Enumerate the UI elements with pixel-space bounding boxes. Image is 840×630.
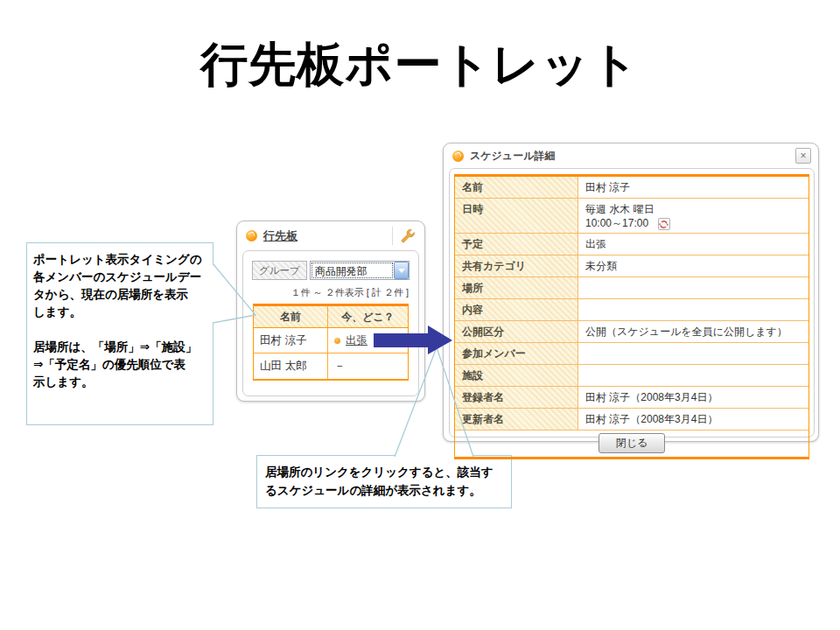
group-row: グループ 商品開発部 (252, 261, 410, 280)
detail-value-text: 出張 (585, 237, 606, 251)
detail-label: 予定 (455, 234, 578, 255)
member-name: 山田 太郎 (254, 354, 327, 379)
repeat-icon[interactable] (658, 218, 670, 230)
group-label: グループ (252, 261, 307, 280)
settings-wrench-icon[interactable] (399, 228, 416, 244)
detail-value: 田村 涼子（2008年3月4日） (578, 387, 808, 408)
dialog-body: 名前 田村 涼子 日時 毎週 水木 曜日 10:00～17:00 (449, 168, 815, 438)
detail-label: 登録者名 (455, 387, 578, 408)
detail-row: 内容 (455, 299, 808, 321)
detail-label: 日時 (455, 199, 578, 233)
column-header-name: 名前 (254, 306, 327, 327)
detail-label: 施設 (455, 365, 578, 386)
detail-value (578, 343, 808, 364)
group-select-value: 商品開発部 (312, 262, 393, 278)
schedule-detail-table: 名前 田村 涼子 日時 毎週 水木 曜日 10:00～17:00 (454, 174, 809, 459)
bottom-callout-text: 居場所のリンクをクリックすると、該当す るスケジュールの詳細が表示されます。 (265, 463, 503, 500)
portlet-bullet-icon (246, 230, 257, 242)
detail-value: 田村 涼子 (578, 177, 808, 198)
detail-row: 公開区分 公開（スケジュールを全員に公開します） (455, 321, 808, 343)
detail-value: 公開（スケジュールを全員に公開します） (578, 321, 808, 342)
detail-row: 場所 (455, 277, 808, 299)
detail-row: 名前 田村 涼子 (455, 177, 808, 199)
orange-dot-icon (334, 338, 340, 344)
table-row: 田村 涼子 出張 (254, 328, 408, 354)
detail-value-text: 毎週 水木 曜日 10:00～17:00 (585, 202, 654, 230)
detail-row: 参加メンバー (455, 343, 808, 365)
detail-label: 共有カテゴリ (455, 256, 578, 276)
portlet-body: グループ 商品開発部 １件 ～ ２件表示 [ 計 ２件 ] 名前 今、どこ？ 田… (242, 250, 419, 396)
member-name: 田村 涼子 (254, 328, 327, 353)
header-divider (392, 227, 393, 245)
detail-value-text: 田村 涼子（2008年3月4日） (585, 390, 718, 404)
detail-label: 公開区分 (455, 321, 578, 342)
detail-value (578, 365, 808, 386)
detail-value: 田村 涼子（2008年3月4日） (578, 409, 808, 430)
detail-value-text: 未分類 (585, 259, 617, 273)
close-icon[interactable]: × (795, 148, 811, 164)
dialog-header: スケジュール詳細 × (444, 144, 818, 168)
slide-canvas: 行先板ポートレット ポートレット表示タイミングの 各メンバーのスケジュールデー … (0, 0, 840, 630)
portlet-header: 行先板 (237, 221, 424, 250)
dialog-bullet-icon (452, 150, 464, 162)
detail-value: 未分類 (578, 256, 808, 276)
detail-value-text: 田村 涼子 (585, 180, 630, 194)
schedule-detail-dialog: スケジュール詳細 × 名前 田村 涼子 日時 毎週 水木 曜日 10:00～17… (443, 143, 819, 442)
detail-label: 場所 (455, 277, 578, 298)
detail-row: 日時 毎週 水木 曜日 10:00～17:00 (455, 199, 808, 234)
detail-value: 毎週 水木 曜日 10:00～17:00 (578, 199, 808, 233)
detail-label: 更新者名 (455, 409, 578, 430)
detail-label: 内容 (455, 299, 578, 320)
group-select[interactable]: 商品開発部 (310, 261, 410, 280)
detail-value (578, 299, 808, 320)
table-row: 山田 太郎 － (254, 354, 408, 379)
detail-label: 参加メンバー (455, 343, 578, 364)
location-link[interactable]: 出張 (346, 333, 368, 348)
detail-row: 登録者名 田村 涼子（2008年3月4日） (455, 387, 808, 409)
member-location-cell: 出張 (327, 328, 408, 353)
left-callout-text: ポートレット表示タイミングの 各メンバーのスケジュールデー タから、現在の居場所… (33, 251, 206, 391)
detail-label: 名前 (455, 177, 578, 198)
detail-value (578, 277, 808, 298)
detail-row: 更新者名 田村 涼子（2008年3月4日） (455, 409, 808, 430)
detail-value-text: 田村 涼子（2008年3月4日） (585, 412, 718, 426)
detail-row: 共有カテゴリ 未分類 (455, 256, 808, 277)
dialog-title: スケジュール詳細 (470, 149, 555, 164)
detail-row: 施設 (455, 365, 808, 387)
close-button[interactable]: 閉じる (598, 433, 666, 453)
bottom-callout: 居場所のリンクをクリックすると、該当す るスケジュールの詳細が表示されます。 (256, 455, 512, 508)
detail-row: 予定 出張 (455, 234, 808, 256)
left-callout: ポートレット表示タイミングの 各メンバーのスケジュールデー タから、現在の居場所… (26, 242, 214, 425)
portlet-title-link[interactable]: 行先板 (263, 228, 298, 244)
detail-value-text: 公開（スケジュールを全員に公開します） (585, 325, 788, 339)
chevron-down-icon[interactable] (394, 262, 409, 279)
column-header-where: 今、どこ？ (327, 306, 408, 327)
member-table: 名前 今、どこ？ 田村 涼子 出張 山田 太郎 － (253, 304, 409, 381)
member-location-cell: － (327, 354, 408, 379)
detail-value: 出張 (578, 234, 808, 255)
pagination-stats: １件 ～ ２件表示 [ 計 ２件 ] (243, 286, 409, 299)
dialog-button-row: 閉じる (455, 430, 808, 457)
page-title: 行先板ポートレット (0, 33, 840, 97)
destination-board-portlet: 行先板 グループ 商品開発部 １件 ～ ２件表示 [ 計 ２件 ] 名前 (236, 220, 425, 402)
table-header-row: 名前 今、どこ？ (254, 306, 408, 328)
